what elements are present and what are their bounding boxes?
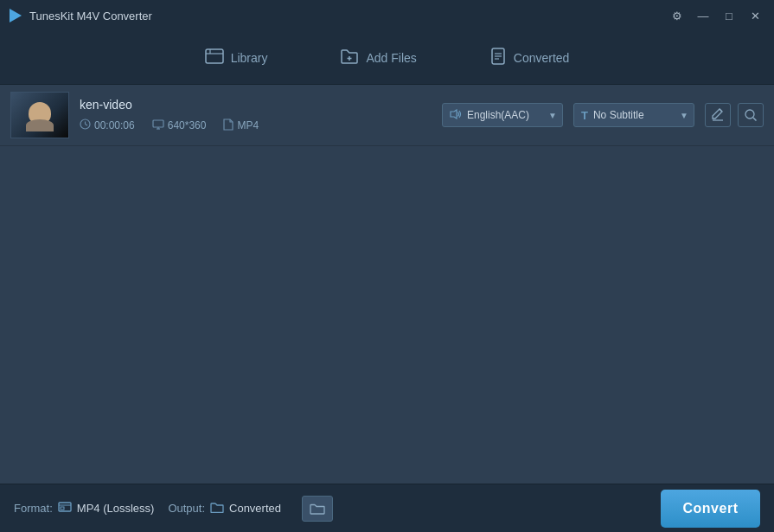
subtitle-dropdown-icon: T — [581, 109, 588, 122]
nav-bar: Library Add Files Converted — [0, 31, 774, 85]
svg-marker-16 — [451, 110, 457, 119]
format-status: Format: MP4 (Lossless) — [14, 501, 154, 516]
svg-point-19 — [745, 110, 754, 119]
format-meta: MP4 — [223, 119, 259, 133]
main-content: ken-video 00:00:06 — [0, 85, 774, 484]
format-value: MP4 — [237, 119, 259, 131]
svg-rect-1 — [206, 49, 223, 63]
row-actions — [705, 103, 764, 127]
video-thumbnail — [10, 92, 69, 138]
svg-rect-13 — [153, 120, 163, 127]
add-files-icon — [340, 48, 359, 67]
window-controls: ⚙ — □ ✕ — [665, 6, 767, 25]
svg-line-17 — [720, 109, 722, 112]
output-status-label: Output: — [168, 502, 205, 515]
status-bar: Format: MP4 (Lossless) Output: Converted — [0, 484, 774, 532]
table-row: ken-video 00:00:06 — [0, 85, 774, 146]
svg-marker-0 — [10, 9, 22, 22]
app-title: TunesKit M4V Converter — [29, 10, 152, 22]
monitor-icon — [152, 119, 164, 132]
nav-add-files[interactable]: Add Files — [329, 42, 426, 74]
edit-button[interactable] — [705, 103, 731, 127]
convert-button[interactable]: Convert — [661, 490, 760, 528]
nav-converted[interactable]: Converted — [479, 41, 580, 74]
output-status-value: Converted — [229, 502, 281, 515]
audio-dropdown-icon — [450, 109, 462, 122]
nav-add-files-label: Add Files — [366, 51, 416, 65]
close-button[interactable]: ✕ — [743, 6, 767, 25]
svg-rect-23 — [61, 507, 64, 510]
file-info: ken-video 00:00:06 — [80, 98, 432, 133]
nav-library[interactable]: Library — [195, 42, 278, 74]
settings-button[interactable]: ⚙ — [665, 6, 689, 25]
audio-dropdown-value: English(AAC) — [467, 109, 543, 121]
resolution-value: 640*360 — [168, 119, 207, 131]
output-folder-icon — [210, 502, 224, 516]
audio-dropdown-arrow: ▼ — [548, 111, 557, 120]
nav-converted-label: Converted — [514, 51, 570, 65]
library-icon — [205, 48, 224, 67]
format-status-label: Format: — [14, 502, 53, 515]
format-status-icon — [58, 501, 72, 516]
output-status: Output: Converted — [168, 502, 281, 516]
file-format-icon — [223, 119, 233, 133]
duration-meta: 00:00:06 — [80, 119, 135, 132]
svg-line-20 — [753, 118, 757, 121]
svg-line-12 — [86, 125, 88, 126]
open-folder-button[interactable] — [302, 496, 333, 522]
converted-icon — [489, 48, 507, 67]
file-meta: 00:00:06 640*360 — [80, 119, 432, 133]
subtitle-dropdown[interactable]: T No Subtitle ▼ — [573, 103, 694, 127]
search-button[interactable] — [738, 103, 764, 127]
file-name: ken-video — [80, 98, 432, 112]
subtitle-dropdown-arrow: ▼ — [680, 111, 688, 120]
title-bar: TunesKit M4V Converter ⚙ — □ ✕ — [0, 0, 774, 31]
duration-value: 00:00:06 — [94, 119, 135, 131]
status-left: Format: MP4 (Lossless) Output: Converted — [14, 496, 661, 522]
maximize-button[interactable]: □ — [717, 6, 741, 25]
app-logo — [7, 7, 24, 24]
clock-icon — [80, 119, 91, 132]
minimize-button[interactable]: — — [691, 6, 715, 25]
nav-library-label: Library — [231, 51, 268, 65]
format-status-value: MP4 (Lossless) — [77, 502, 155, 515]
resolution-meta: 640*360 — [152, 119, 207, 132]
subtitle-dropdown-value: No Subtitle — [593, 109, 675, 121]
audio-dropdown[interactable]: English(AAC) ▼ — [442, 103, 563, 127]
